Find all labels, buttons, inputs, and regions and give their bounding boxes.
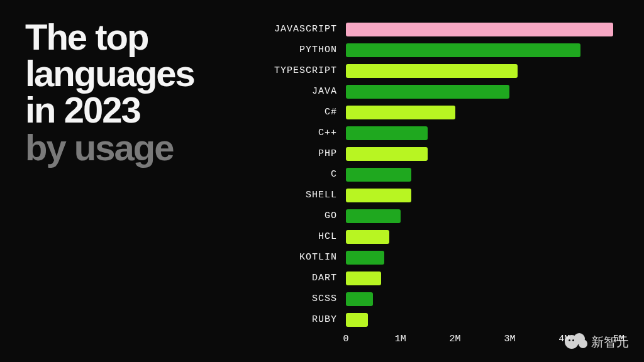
bar-label: JAVA <box>264 86 346 97</box>
bar-track <box>346 164 619 185</box>
bar-row: GO <box>264 206 619 226</box>
chart-container: The top languages in 2023 by usage JAVAS… <box>0 0 644 362</box>
bar-label: HCL <box>264 231 346 242</box>
wechat-icon <box>565 333 587 351</box>
bar-track <box>346 288 619 309</box>
bar <box>346 251 384 265</box>
bar-track <box>346 40 619 60</box>
bar-track <box>346 247 619 268</box>
bar-row: JAVA <box>264 81 619 102</box>
bar-track <box>346 268 619 288</box>
bar <box>346 272 381 285</box>
bar-label: SCSS <box>264 293 346 304</box>
bar-row: JAVASCRIPT <box>264 19 619 40</box>
watermark-text: 新智元 <box>591 334 629 351</box>
bar <box>346 126 428 140</box>
bar-row: C <box>264 164 619 185</box>
bar-track <box>346 185 619 206</box>
title-block: The top languages in 2023 by usage <box>25 19 252 337</box>
bar <box>346 85 509 99</box>
title-line-3: in 2023 <box>25 92 252 128</box>
bar-label: PHP <box>264 148 346 159</box>
bar-label: GO <box>264 211 346 221</box>
bar <box>346 292 373 306</box>
bar-row: C# <box>264 102 619 123</box>
bar <box>346 43 580 57</box>
title-line-1: The top <box>25 19 252 55</box>
bar <box>346 313 368 327</box>
bar-track <box>346 143 619 164</box>
bar-label: RUBY <box>264 314 346 325</box>
bar-track <box>346 60 619 81</box>
bar-label: TYPESCRIPT <box>264 65 346 76</box>
axis-tick: 3M <box>504 334 515 344</box>
bar-track <box>346 102 619 123</box>
bar-row: TYPESCRIPT <box>264 60 619 81</box>
bar <box>346 209 401 223</box>
bar-track <box>346 123 619 143</box>
watermark: 新智元 <box>565 333 629 351</box>
axis-tick: 1M <box>395 334 406 344</box>
bars-group: JAVASCRIPTPYTHONTYPESCRIPTJAVAC#C++PHPCS… <box>264 19 619 330</box>
bar <box>346 106 455 119</box>
bar-track <box>346 19 619 40</box>
axis-tick: 2M <box>450 334 461 344</box>
bar <box>346 147 428 161</box>
bar-label: DART <box>264 273 346 283</box>
bar-track <box>346 206 619 226</box>
bar-label: KOTLIN <box>264 252 346 263</box>
bar-row: DART <box>264 268 619 288</box>
bar-label: C <box>264 169 346 180</box>
bar-track <box>346 226 619 247</box>
axis-tick: 0 <box>343 334 348 344</box>
bar-label: C# <box>264 107 346 118</box>
bar-track <box>346 81 619 102</box>
chart-area: JAVASCRIPTPYTHONTYPESCRIPTJAVAC#C++PHPCS… <box>252 19 619 337</box>
bar <box>346 23 613 36</box>
bar <box>346 168 411 182</box>
bar-row: PYTHON <box>264 40 619 60</box>
bar-row: PHP <box>264 143 619 164</box>
bar-label: PYTHON <box>264 45 346 55</box>
bar-row: RUBY <box>264 309 619 330</box>
bar-row: C++ <box>264 123 619 143</box>
title-subtitle: by usage <box>25 129 252 166</box>
bar-label: C++ <box>264 128 346 138</box>
bar-label: SHELL <box>264 190 346 200</box>
bar-row: SHELL <box>264 185 619 206</box>
bar-track <box>346 309 619 330</box>
bar-row: HCL <box>264 226 619 247</box>
bar-row: KOTLIN <box>264 247 619 268</box>
bar <box>346 64 518 78</box>
bar <box>346 189 411 202</box>
bar-row: SCSS <box>264 288 619 309</box>
title-line-2: languages <box>25 55 252 92</box>
bar <box>346 230 389 244</box>
bar-label: JAVASCRIPT <box>264 24 346 35</box>
